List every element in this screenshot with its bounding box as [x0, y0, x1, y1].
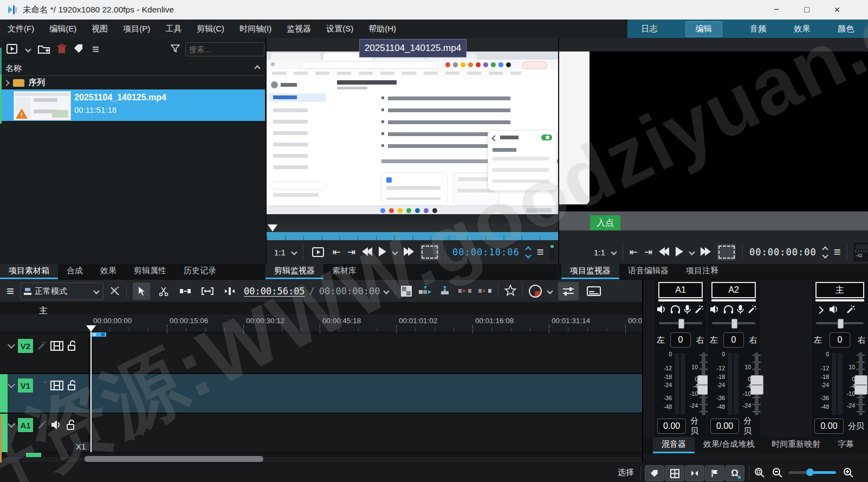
project-monitor-menu-icon[interactable]: ≡ — [834, 249, 841, 255]
track-v1-badge[interactable]: V1 — [18, 378, 33, 393]
level-meter[interactable]: 0-12-18-24-36-48 100-4-10-24 — [658, 352, 705, 415]
hide-track-icon[interactable] — [50, 381, 63, 392]
add-clip-dropdown-icon[interactable] — [25, 46, 31, 52]
rewind-icon[interactable] — [362, 247, 372, 258]
workspace-log[interactable]: 日志 — [642, 24, 658, 34]
snap-magnet-toggle-button[interactable]: Ω — [725, 465, 744, 481]
timeline-current-time[interactable]: 00:00:56:05 — [244, 286, 305, 297]
zone-in-icon[interactable]: ⇤ — [333, 246, 341, 258]
mute-track-icon[interactable] — [50, 420, 62, 432]
insert-zone-icon[interactable] — [418, 286, 432, 297]
effects-wand-icon[interactable] — [846, 305, 856, 316]
workspace-audio[interactable]: 音频 — [750, 24, 766, 34]
timeline-menu-icon[interactable]: ≡ — [7, 288, 14, 294]
clip-playhead-icon[interactable] — [268, 224, 277, 232]
timeline-zoom-slider[interactable] — [788, 471, 836, 474]
timeline-playhead-icon[interactable] — [86, 325, 96, 332]
play-icon[interactable] — [676, 247, 683, 258]
close-button[interactable]: × — [822, 0, 852, 20]
track-v1[interactable]: V1 — [0, 374, 642, 414]
project-zoom-level[interactable]: 1:1 — [594, 248, 605, 257]
project-timecode[interactable]: 00:00:00:00 — [749, 247, 817, 258]
menu-timeline[interactable]: 时间轴(I) — [239, 24, 271, 34]
collapse-track-icon[interactable] — [8, 420, 15, 428]
track-effects-icon[interactable] — [37, 420, 47, 432]
tag-icon[interactable] — [74, 44, 85, 55]
timeline-zone-bar[interactable] — [91, 332, 106, 337]
monitor-headphones-icon[interactable] — [670, 305, 681, 316]
track-v2-badge[interactable]: V2 — [18, 339, 33, 353]
play-icon[interactable] — [379, 247, 386, 258]
fit-zoom-icon[interactable] — [199, 282, 216, 300]
tab-clip-properties[interactable]: 剪辑属性 — [125, 264, 175, 279]
clip-monitor-menu-icon[interactable]: ≡ — [537, 249, 544, 255]
level-meter[interactable]: 0-12-18-24-36-48 100-4-10-24 — [711, 352, 759, 415]
menu-tools[interactable]: 工具 — [165, 24, 182, 34]
tab-mixer[interactable]: 混音器 — [653, 437, 695, 453]
collapse-track-icon[interactable] — [8, 341, 15, 349]
bin-folder-row[interactable]: 序列 — [0, 76, 265, 89]
effects-wand-icon[interactable] — [747, 305, 757, 316]
waveform-toggle-button[interactable] — [685, 465, 704, 481]
menu-monitor[interactable]: 监视器 — [287, 24, 311, 34]
workspace-editing[interactable]: 编辑 — [685, 21, 722, 37]
spacer-tool-button[interactable] — [177, 282, 193, 300]
timeline-timecode-group[interactable]: 00:00:56:05 / 00:00:00:00 — [244, 286, 388, 297]
bin-menu-icon[interactable]: ≡ — [92, 47, 99, 52]
project-timecode-spinner[interactable] — [823, 247, 827, 258]
track-a1[interactable]: A1 X1 — [0, 414, 642, 453]
menu-edit[interactable]: 编辑(E) — [49, 24, 76, 34]
lock-track-icon[interactable] — [66, 419, 75, 432]
maximize-button[interactable]: □ — [792, 0, 822, 20]
favorite-effects-icon[interactable] — [504, 285, 516, 298]
slip-tool-button[interactable] — [222, 282, 238, 300]
minimize-button[interactable]: − — [761, 0, 792, 20]
forward-icon[interactable] — [404, 247, 414, 258]
overwrite-zone-icon[interactable] — [438, 286, 452, 297]
bin-clip-row[interactable]: ! 20251104_140125.mp4 00:11:51:18 — [0, 89, 265, 121]
menu-clip[interactable]: 剪辑(C) — [197, 24, 224, 34]
volume-fader[interactable] — [854, 375, 867, 395]
clip-timecode-spinner[interactable] — [526, 247, 530, 258]
gain-value[interactable]: 0.00 — [657, 419, 686, 434]
project-zoom-dropdown-icon[interactable] — [611, 249, 617, 255]
tab-time-remap[interactable]: 时间重新映射 — [763, 437, 829, 453]
clip-monitor-ruler[interactable] — [267, 232, 558, 240]
zone-mode-button[interactable] — [717, 244, 736, 260]
zone-mode-button[interactable] — [420, 244, 439, 260]
clip-timecode[interactable]: 00:00:10:06 — [452, 247, 520, 258]
tab-clip-monitor[interactable]: 剪辑监视器 — [265, 264, 323, 279]
track-v1-header[interactable]: V1 — [0, 374, 90, 413]
tab-project-bin[interactable]: 项目素材箱 — [0, 264, 58, 279]
zoom-in-icon[interactable] — [843, 467, 854, 480]
delete-icon[interactable] — [57, 44, 66, 55]
clip-zoom-level[interactable]: 1:1 — [274, 248, 286, 257]
pan-value[interactable]: 0 — [670, 332, 691, 348]
lock-track-icon[interactable] — [67, 340, 76, 353]
mute-icon[interactable] — [657, 305, 667, 316]
add-clip-icon[interactable] — [7, 44, 18, 55]
tab-subtitles[interactable]: 字幕 — [829, 437, 863, 453]
zoom-slider-handle[interactable] — [806, 468, 814, 476]
track-effects-icon[interactable] — [37, 381, 47, 392]
edit-mode-select[interactable]: 正常模式 — [20, 282, 103, 300]
tab-project-monitor[interactable]: 项目监视器 — [561, 264, 619, 279]
transparency-background-icon[interactable] — [401, 286, 412, 297]
tab-library[interactable]: 素材库 — [323, 264, 365, 279]
selection-tool-button[interactable] — [133, 282, 150, 300]
bin-name-header[interactable]: 名称 — [0, 61, 265, 76]
zoom-fit-icon[interactable] — [754, 467, 765, 480]
mute-icon[interactable] — [829, 305, 839, 316]
menu-file[interactable]: 文件(F) — [8, 24, 34, 34]
record-mic-icon[interactable] — [684, 305, 691, 316]
timeline-hscrollbar[interactable] — [85, 456, 263, 462]
lift-zone-icon[interactable]: × — [478, 287, 492, 296]
preview-render-icon[interactable] — [529, 285, 542, 298]
filter-icon[interactable] — [171, 44, 180, 54]
lock-track-icon[interactable] — [67, 380, 76, 393]
rewind-icon[interactable] — [659, 247, 669, 258]
track-a1-badge[interactable]: A1 — [18, 418, 33, 432]
add-folder-icon[interactable] — [38, 44, 50, 55]
pan-value[interactable]: 0 — [723, 332, 744, 348]
tab-undo-history[interactable]: 历史记录 — [175, 264, 225, 279]
